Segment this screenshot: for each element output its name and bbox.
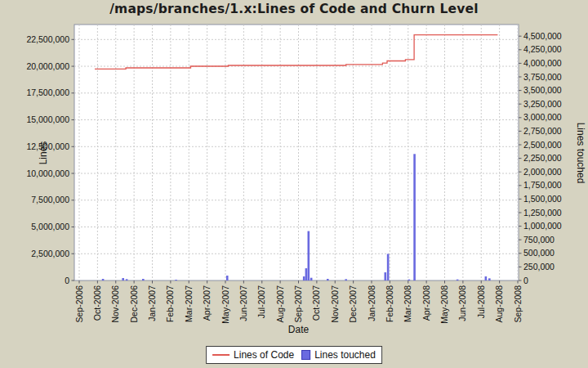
svg-text:Jan-2008: Jan-2008 [367,285,376,321]
svg-text:4,000,000: 4,000,000 [523,58,562,68]
svg-text:17,500,000: 17,500,000 [26,88,69,97]
svg-text:22,500,000: 22,500,000 [26,34,69,44]
svg-text:Sep-2008: Sep-2008 [513,285,523,323]
svg-text:4,500,000: 4,500,000 [523,31,562,41]
svg-text:Jul-2007: Jul-2007 [256,285,266,318]
legend-item-lines-of-code: Lines of Code [212,349,294,361]
legend: Lines of Code Lines touched [206,346,382,364]
svg-text:Dec-2006: Dec-2006 [129,285,139,323]
svg-text:1,000,000: 1,000,000 [523,221,562,231]
svg-text:Lines touched: Lines touched [575,123,586,184]
svg-text:2,000,000: 2,000,000 [523,167,562,177]
svg-text:Oct-2006: Oct-2006 [92,285,102,321]
svg-text:Apr-2008: Apr-2008 [421,285,431,321]
legend-label-lines-of-code: Lines of Code [234,349,294,361]
svg-text:2,500,000: 2,500,000 [523,140,562,150]
svg-text:Apr-2007: Apr-2007 [202,285,212,321]
svg-text:750,000: 750,000 [523,235,555,245]
svg-text:Oct-2007: Oct-2007 [311,285,321,321]
svg-text:1,500,000: 1,500,000 [523,194,562,204]
svg-text:5,000,000: 5,000,000 [31,222,69,231]
svg-text:7,500,000: 7,500,000 [31,195,69,204]
svg-text:Mar-2008: Mar-2008 [403,285,412,322]
svg-text:3,500,000: 3,500,000 [523,85,562,95]
square-marker-icon [301,350,310,360]
svg-text:250,000: 250,000 [523,262,555,272]
svg-text:500,000: 500,000 [523,248,555,258]
svg-text:Lines: Lines [38,141,49,165]
svg-text:Date: Date [288,324,310,335]
svg-text:2,250,000: 2,250,000 [523,153,562,163]
chart-canvas: 02,500,0005,000,0007,500,00010,000,00012… [0,0,588,368]
svg-text:Jul-2008: Jul-2008 [476,285,486,318]
svg-text:Dec-2007: Dec-2007 [348,285,358,323]
svg-text:Jan-2007: Jan-2007 [147,285,157,321]
legend-item-lines-touched: Lines touched [301,349,376,361]
svg-text:0: 0 [523,276,528,285]
svg-text:15,000,000: 15,000,000 [26,114,69,124]
svg-text:20,000,000: 20,000,000 [26,61,69,71]
legend-label-lines-touched: Lines touched [314,349,376,361]
svg-text:Sep-2007: Sep-2007 [293,285,303,323]
svg-text:2,500,000: 2,500,000 [31,249,69,258]
svg-text:Aug-2008: Aug-2008 [494,285,504,323]
svg-text:Aug-2007: Aug-2007 [275,285,285,323]
svg-text:3,250,000: 3,250,000 [523,99,562,109]
svg-text:3,000,000: 3,000,000 [523,112,562,122]
line-marker-icon [212,354,229,356]
svg-text:3,750,000: 3,750,000 [523,72,562,82]
svg-text:Jun-2008: Jun-2008 [457,285,467,321]
svg-text:0: 0 [65,276,69,285]
svg-text:May-2007: May-2007 [220,285,230,324]
svg-text:4,250,000: 4,250,000 [523,44,562,54]
svg-text:Feb-2008: Feb-2008 [385,285,394,322]
svg-text:Sep-2006: Sep-2006 [74,285,84,323]
svg-text:Nov-2006: Nov-2006 [110,285,120,323]
svg-text:May-2008: May-2008 [439,285,449,324]
svg-text:1,750,000: 1,750,000 [523,180,562,190]
chart-panel: /maps/branches/1.x:Lines of Code and Chu… [0,0,588,368]
svg-text:Feb-2007: Feb-2007 [165,285,175,322]
svg-text:1,250,000: 1,250,000 [523,208,562,218]
svg-text:Jun-2007: Jun-2007 [238,285,248,321]
svg-text:Nov-2007: Nov-2007 [330,285,340,323]
svg-text:2,750,000: 2,750,000 [523,126,562,136]
svg-text:10,000,000: 10,000,000 [26,168,69,178]
svg-text:Mar-2007: Mar-2007 [184,285,194,322]
